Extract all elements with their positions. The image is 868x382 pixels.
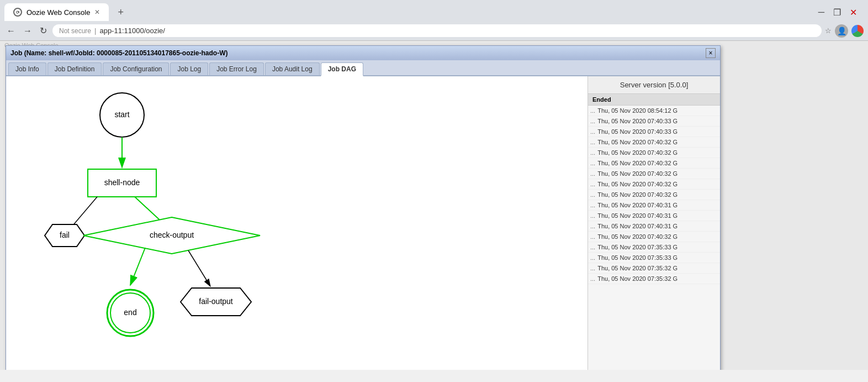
dag-svg: start shell-node fail check-outp	[12, 82, 398, 369]
url-text: app-11:11000/oozie/	[99, 27, 165, 35]
page-content: Oozie Web Console Job (Name: shell-wf/Jo…	[0, 41, 868, 370]
dialog-body: start shell-node fail check-outp	[6, 76, 720, 370]
minimize-button[interactable]: ─	[816, 5, 827, 20]
server-row-time: Thu, 05 Nov 2020 07:40:32 G	[597, 139, 678, 145]
server-row[interactable]: ...Thu, 05 Nov 2020 07:35:33 G	[588, 242, 720, 253]
tab-title: Oozie Web Console	[27, 8, 90, 17]
server-version-label: Server version [5.0.0]	[588, 76, 720, 94]
server-row-dots: ...	[590, 149, 595, 156]
tab-job-configuration[interactable]: Job Configuration	[103, 62, 169, 75]
fail-node-label: fail	[60, 231, 70, 239]
dag-area: start shell-node fail check-outp	[6, 76, 588, 370]
dialog-title: Job (Name: shell-wf/JobId: 0000085-20110…	[10, 49, 227, 57]
server-row-dots: ...	[590, 128, 595, 135]
browser-chrome: ⟳ Oozie Web Console ✕ + ─ ❐ ✕ ← → ↻ Not …	[0, 0, 868, 41]
server-row-time: Thu, 05 Nov 2020 07:40:33 G	[597, 118, 678, 124]
user-avatar[interactable]: 👤	[835, 24, 848, 38]
shell-node-label: shell-node	[104, 178, 140, 187]
tab-job-error-log[interactable]: Job Error Log	[209, 62, 264, 75]
bookmark-icon[interactable]: ☆	[825, 27, 832, 35]
server-row-time: Thu, 05 Nov 2020 08:54:12 G	[597, 107, 678, 114]
server-row[interactable]: ...Thu, 05 Nov 2020 07:40:32 G	[588, 169, 720, 179]
server-row-dots: ...	[590, 107, 595, 114]
server-row-time: Thu, 05 Nov 2020 07:40:33 G	[597, 128, 678, 135]
dialog-title-bar: Job (Name: shell-wf/JobId: 0000085-20110…	[6, 46, 720, 60]
server-panel-header: Ended	[588, 94, 720, 106]
tab-favicon: ⟳	[13, 8, 22, 17]
arrow-checkoutput-end	[130, 248, 145, 285]
tab-job-log[interactable]: Job Log	[170, 62, 208, 75]
chrome-menu-icon[interactable]	[851, 25, 864, 37]
server-row-dots: ...	[590, 223, 595, 229]
server-row-time: Thu, 05 Nov 2020 07:40:32 G	[597, 170, 678, 177]
server-row-time: Thu, 05 Nov 2020 07:40:32 G	[597, 149, 678, 156]
close-window-button[interactable]: ✕	[848, 5, 859, 20]
new-tab-button[interactable]: +	[113, 4, 128, 20]
check-output-label: check-output	[150, 231, 194, 239]
forward-button[interactable]: →	[21, 24, 34, 38]
fail-output-label: fail-output	[199, 297, 233, 306]
server-row-dots: ...	[590, 254, 595, 261]
server-row-dots: ...	[590, 275, 595, 282]
url-bar[interactable]: Not secure | app-11:11000/oozie/	[52, 24, 822, 37]
server-row-time: Thu, 05 Nov 2020 07:35:33 G	[597, 254, 678, 261]
server-panel: Server version [5.0.0] Ended ...Thu, 05 …	[588, 76, 720, 370]
start-node-label: start	[114, 110, 129, 119]
tab-job-definition[interactable]: Job Definition	[47, 62, 102, 75]
server-row-dots: ...	[590, 212, 595, 219]
server-row[interactable]: ...Thu, 05 Nov 2020 07:40:32 G	[588, 148, 720, 158]
server-row-dots: ...	[590, 118, 595, 124]
server-row[interactable]: ...Thu, 05 Nov 2020 07:40:31 G	[588, 200, 720, 211]
tab-job-audit-log[interactable]: Job Audit Log	[265, 62, 320, 75]
server-row[interactable]: ...Thu, 05 Nov 2020 07:40:32 G	[588, 179, 720, 190]
end-node-label: end	[124, 308, 136, 317]
dialog-close-button[interactable]: ×	[706, 48, 716, 58]
server-row[interactable]: ...Thu, 05 Nov 2020 07:35:32 G	[588, 263, 720, 274]
tab-strip: Job Info Job Definition Job Configuratio…	[6, 60, 720, 76]
url-separator: |	[94, 27, 96, 35]
server-row-time: Thu, 05 Nov 2020 07:40:32 G	[597, 233, 678, 240]
tab-job-info[interactable]: Job Info	[8, 62, 46, 75]
not-secure-indicator: Not secure	[59, 27, 91, 35]
address-bar: ← → ↻ Not secure | app-11:11000/oozie/ ☆…	[0, 21, 868, 40]
job-dialog: Job (Name: shell-wf/JobId: 0000085-20110…	[6, 45, 721, 370]
server-row[interactable]: ...Thu, 05 Nov 2020 07:40:32 G	[588, 190, 720, 200]
tab-job-dag[interactable]: Job DAG	[321, 62, 363, 76]
server-row[interactable]: ...Thu, 05 Nov 2020 07:40:31 G	[588, 211, 720, 221]
maximize-button[interactable]: ❐	[831, 5, 843, 20]
server-rows-container: ...Thu, 05 Nov 2020 08:54:12 G...Thu, 05…	[588, 106, 720, 284]
server-row-dots: ...	[590, 244, 595, 250]
server-row[interactable]: ...Thu, 05 Nov 2020 07:40:33 G	[588, 116, 720, 127]
server-row[interactable]: ...Thu, 05 Nov 2020 08:54:12 G	[588, 106, 720, 116]
server-row-time: Thu, 05 Nov 2020 07:40:32 G	[597, 181, 678, 187]
server-row-time: Thu, 05 Nov 2020 07:40:31 G	[597, 223, 678, 229]
server-row-time: Thu, 05 Nov 2020 07:40:31 G	[597, 202, 678, 208]
server-row-time: Thu, 05 Nov 2020 07:35:32 G	[597, 265, 678, 271]
server-row[interactable]: ...Thu, 05 Nov 2020 07:40:32 G	[588, 137, 720, 148]
server-row-time: Thu, 05 Nov 2020 07:40:32 G	[597, 160, 678, 166]
server-row[interactable]: ...Thu, 05 Nov 2020 07:35:33 G	[588, 253, 720, 263]
back-button[interactable]: ←	[4, 24, 18, 38]
server-row-dots: ...	[590, 191, 595, 198]
reload-button[interactable]: ↻	[38, 23, 49, 38]
server-row[interactable]: ...Thu, 05 Nov 2020 07:40:31 G	[588, 221, 720, 232]
server-row-dots: ...	[590, 181, 595, 187]
server-row-dots: ...	[590, 265, 595, 271]
server-row-time: Thu, 05 Nov 2020 07:40:32 G	[597, 191, 678, 198]
server-row-dots: ...	[590, 233, 595, 240]
server-row-time: Thu, 05 Nov 2020 07:35:32 G	[597, 275, 678, 282]
server-row-time: Thu, 05 Nov 2020 07:40:31 G	[597, 212, 678, 219]
server-row[interactable]: ...Thu, 05 Nov 2020 07:35:32 G	[588, 274, 720, 284]
server-row-dots: ...	[590, 139, 595, 145]
server-row[interactable]: ...Thu, 05 Nov 2020 07:40:33 G	[588, 127, 720, 137]
server-row-dots: ...	[590, 170, 595, 177]
server-row[interactable]: ...Thu, 05 Nov 2020 07:40:32 G	[588, 158, 720, 169]
browser-tab[interactable]: ⟳ Oozie Web Console ✕	[4, 3, 109, 21]
server-row-dots: ...	[590, 160, 595, 166]
ended-column-header: Ended	[592, 96, 611, 103]
tab-close-btn[interactable]: ✕	[94, 8, 100, 16]
server-row[interactable]: ...Thu, 05 Nov 2020 07:40:32 G	[588, 232, 720, 242]
arrow-checkoutput-failoutput	[188, 250, 210, 286]
server-row-time: Thu, 05 Nov 2020 07:35:33 G	[597, 244, 678, 250]
server-row-dots: ...	[590, 202, 595, 208]
